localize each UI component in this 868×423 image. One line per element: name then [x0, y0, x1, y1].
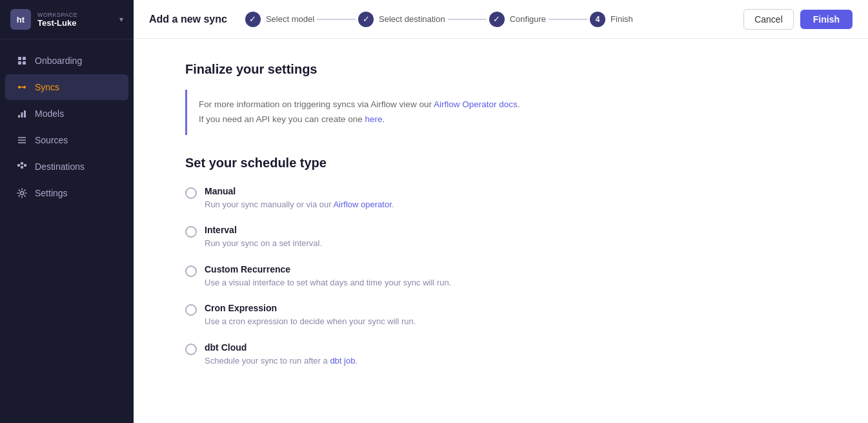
step-connector: [448, 19, 487, 20]
option-content-cron-expression: Cron Expression Use a cron expression to…: [205, 303, 416, 328]
syncs-icon: [15, 81, 28, 94]
info-text-part2: .: [518, 99, 520, 109]
option-description: Run your sync manually or via our Airflo…: [205, 198, 394, 211]
step-configure: ✓ Configure: [489, 12, 546, 27]
info-text-part1: For more information on triggering syncs…: [199, 99, 434, 109]
option-name: dbt Cloud: [205, 342, 358, 353]
svg-point-5: [23, 86, 26, 88]
sidebar-item-label: Syncs: [35, 82, 59, 92]
step-label: Select destination: [379, 14, 445, 24]
cancel-button[interactable]: Cancel: [743, 9, 794, 30]
finalize-title: Finalize your settings: [185, 62, 816, 77]
topbar-actions: Cancel Finish: [743, 9, 853, 30]
option-name: Custom Recurrence: [205, 264, 451, 274]
sidebar-item-destinations[interactable]: Destinations: [5, 154, 128, 180]
radio-interval[interactable]: [185, 226, 197, 238]
schedule-option-interval: Interval Run your sync on a set interval…: [185, 225, 816, 250]
sidebar-item-sources[interactable]: Sources: [5, 127, 128, 153]
main-panel: Add a new sync ✓ Select model ✓ Select d…: [134, 0, 868, 423]
here-link[interactable]: here: [365, 114, 382, 124]
option-content-custom-recurrence: Custom Recurrence Use a visual interface…: [205, 264, 451, 289]
option-description: Use a cron expression to decide when you…: [205, 315, 416, 328]
sidebar-item-label: Settings: [35, 188, 68, 198]
step-select-model: ✓ Select model: [245, 12, 314, 27]
svg-rect-0: [18, 57, 21, 60]
option-name: Interval: [205, 225, 322, 235]
workspace-name: Test-Luke: [37, 18, 119, 28]
radio-manual[interactable]: [185, 187, 197, 199]
workspace-selector[interactable]: ht WORKSPACE Test-Luke ▾: [0, 0, 134, 39]
step-connector: [549, 19, 587, 20]
svg-rect-14: [21, 166, 23, 169]
workspace-info: WORKSPACE Test-Luke: [37, 12, 119, 28]
sidebar-item-settings[interactable]: Settings: [5, 180, 128, 206]
sources-icon: [15, 134, 28, 147]
onboarding-icon: [15, 54, 28, 67]
sidebar-item-label: Models: [35, 108, 64, 119]
sidebar-item-label: Sources: [35, 135, 68, 145]
svg-rect-2: [18, 61, 21, 65]
svg-rect-13: [21, 162, 23, 165]
airflow-operator-docs-link[interactable]: Airflow Operator docs: [434, 99, 518, 109]
svg-rect-3: [23, 61, 26, 65]
svg-rect-12: [17, 164, 20, 167]
schedule-option-dbt-cloud: dbt Cloud Schedule your sync to run afte…: [185, 342, 816, 367]
sidebar-item-onboarding[interactable]: Onboarding: [5, 48, 128, 74]
step-label: Select model: [266, 14, 314, 24]
step-label: Configure: [510, 14, 546, 24]
topbar: Add a new sync ✓ Select model ✓ Select d…: [134, 0, 868, 39]
info-text-part3: If you need an API key you can create on…: [199, 114, 365, 124]
step-number-icon: 4: [590, 12, 605, 27]
workspace-avatar: ht: [10, 9, 31, 30]
chevron-down-icon: ▾: [119, 15, 123, 24]
sidebar-item-syncs[interactable]: Syncs: [5, 74, 128, 100]
dbt-job-link[interactable]: dbt job: [330, 356, 355, 366]
info-text-part4: .: [382, 114, 385, 124]
option-content-dbt-cloud: dbt Cloud Schedule your sync to run afte…: [205, 342, 358, 367]
svg-rect-7: [21, 112, 23, 118]
svg-point-16: [21, 192, 24, 195]
sidebar-item-models[interactable]: Models: [5, 101, 128, 127]
step-select-destination: ✓ Select destination: [358, 12, 445, 27]
svg-rect-6: [18, 115, 20, 118]
info-block: For more information on triggering syncs…: [185, 90, 816, 135]
schedule-title: Set your schedule type: [185, 156, 816, 170]
sidebar: ht WORKSPACE Test-Luke ▾ Onboarding: [0, 0, 134, 423]
step-connector: [317, 19, 356, 20]
sidebar-item-label: Destinations: [35, 161, 85, 172]
radio-cron-expression[interactable]: [185, 304, 197, 316]
svg-point-4: [18, 86, 21, 88]
svg-rect-1: [23, 57, 26, 60]
step-label: Finish: [611, 14, 633, 24]
destinations-icon: [15, 160, 28, 173]
option-description: Schedule your sync to run after a dbt jo…: [205, 355, 358, 367]
radio-dbt-cloud[interactable]: [185, 344, 197, 355]
sidebar-item-label: Onboarding: [35, 56, 82, 66]
progress-stepper: ✓ Select model ✓ Select destination ✓ Co…: [245, 12, 733, 27]
info-text: For more information on triggering syncs…: [199, 98, 805, 127]
airflow-operator-link[interactable]: Airflow operator: [333, 200, 391, 209]
option-name: Manual: [205, 186, 394, 196]
step-check-icon: ✓: [489, 12, 505, 27]
sidebar-nav: Onboarding Syncs Models: [0, 39, 134, 423]
option-content-manual: Manual Run your sync manually or via our…: [205, 186, 394, 211]
option-description: Run your sync on a set interval.: [205, 237, 322, 250]
svg-rect-15: [24, 164, 26, 167]
step-check-icon: ✓: [245, 12, 261, 27]
schedule-option-custom-recurrence: Custom Recurrence Use a visual interface…: [185, 264, 816, 289]
svg-rect-8: [24, 110, 26, 118]
workspace-label: WORKSPACE: [37, 12, 119, 18]
radio-custom-recurrence[interactable]: [185, 265, 197, 277]
models-icon: [15, 107, 28, 120]
step-finish: 4 Finish: [590, 12, 633, 27]
option-name: Cron Expression: [205, 303, 416, 313]
settings-icon: [15, 187, 28, 200]
page-title: Add a new sync: [149, 14, 227, 25]
option-description: Use a visual interface to set what days …: [205, 276, 451, 289]
content-area: Finalize your settings For more informat…: [134, 39, 868, 423]
schedule-option-manual: Manual Run your sync manually or via our…: [185, 186, 816, 211]
finish-button[interactable]: Finish: [800, 10, 853, 29]
step-check-icon: ✓: [358, 12, 374, 27]
schedule-option-cron-expression: Cron Expression Use a cron expression to…: [185, 303, 816, 328]
option-content-interval: Interval Run your sync on a set interval…: [205, 225, 322, 250]
